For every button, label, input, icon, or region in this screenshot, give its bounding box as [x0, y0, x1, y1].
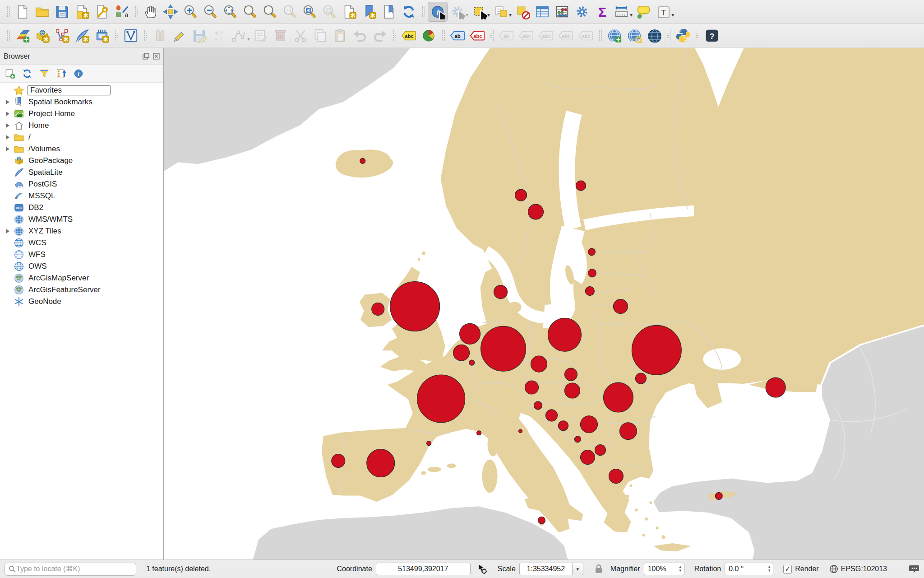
- browser-item-wms-wmts[interactable]: WMS/WMTS: [0, 214, 163, 225]
- copy-features-button[interactable]: [310, 26, 330, 46]
- browser-item-spatialite[interactable]: SpatiaLite: [0, 167, 163, 178]
- expand-arrow-icon[interactable]: [6, 135, 9, 140]
- panel-float-icon[interactable]: [143, 53, 149, 60]
- scale-combo[interactable]: 1:35334952 ▾: [519, 563, 583, 575]
- bubble-andorra[interactable]: [427, 441, 431, 446]
- new-spatial-bookmark-button[interactable]: [359, 2, 379, 22]
- change-label-button[interactable]: abc: [536, 26, 556, 46]
- browser-item-geonode[interactable]: GeoNode: [0, 296, 163, 308]
- zoom-next-button[interactable]: [319, 2, 339, 22]
- locator-input[interactable]: [16, 565, 125, 573]
- bubble-france[interactable]: [417, 375, 465, 423]
- scale-dropdown[interactable]: ▾: [573, 563, 583, 575]
- scale-value[interactable]: 1:35334952: [519, 563, 573, 575]
- filter-browser-icon[interactable]: [39, 68, 50, 79]
- expand-arrow-icon[interactable]: [6, 147, 9, 151]
- zoom-out-button[interactable]: [200, 2, 220, 22]
- save-project-button[interactable]: [52, 2, 72, 22]
- toolbar-grip[interactable]: [393, 30, 396, 42]
- toolbar-grip[interactable]: [6, 6, 10, 18]
- bubble-montenegro[interactable]: [574, 436, 581, 443]
- delete-selected-button[interactable]: [271, 26, 291, 46]
- bubble-greece[interactable]: [609, 469, 623, 484]
- bubble-bosnia-and-herzegovina[interactable]: [558, 421, 568, 431]
- pan-map-button[interactable]: [141, 2, 161, 22]
- style-manager-button[interactable]: [112, 2, 132, 22]
- new-temporary-scratch-layer-button[interactable]: [92, 26, 112, 46]
- statistical-summary-button[interactable]: [552, 2, 572, 22]
- refresh-map-button[interactable]: [399, 2, 419, 22]
- browser-properties-icon[interactable]: [73, 68, 84, 79]
- bubble-monaco[interactable]: [477, 431, 481, 435]
- browser-item-wcs[interactable]: WCS: [0, 237, 163, 249]
- select-by-form-button[interactable]: [491, 2, 511, 22]
- rotation-field[interactable]: 0.0 ° ▲▼: [725, 563, 773, 575]
- vertex-tool-dropdown[interactable]: ▾: [247, 36, 250, 42]
- browser-item-favorites[interactable]: Favorites: [0, 84, 163, 96]
- toolbar-grip[interactable]: [134, 6, 138, 18]
- expand-arrow-icon[interactable]: [6, 100, 9, 104]
- expand-arrow-icon[interactable]: [6, 229, 9, 233]
- zoom-full-extent-button[interactable]: [220, 2, 240, 22]
- magnifier-spinner[interactable]: ▲▼: [679, 565, 682, 573]
- layer-diagram-options-button[interactable]: [419, 26, 439, 46]
- toolbar-grip[interactable]: [115, 30, 118, 42]
- bubble-hungary[interactable]: [564, 383, 580, 398]
- browser-item-geopackage[interactable]: GeoPackage: [0, 155, 163, 167]
- layer-labeling-options-button[interactable]: abc: [399, 26, 419, 46]
- zoom-native-resolution-button[interactable]: 1:1: [280, 2, 300, 22]
- modify-attributes-button[interactable]: [251, 26, 271, 46]
- toolbar-grip[interactable]: [490, 30, 494, 42]
- bubble-sweden[interactable]: [528, 204, 544, 219]
- bubble-slovenia[interactable]: [534, 401, 542, 410]
- select-features-button[interactable]: [469, 2, 489, 22]
- browser-item-home[interactable]: Home: [0, 120, 163, 131]
- bubble-finland[interactable]: [576, 181, 586, 191]
- bubble-germany[interactable]: [481, 326, 526, 371]
- bubble-austria[interactable]: [525, 381, 539, 394]
- paste-features-button[interactable]: [330, 26, 350, 46]
- browser-item-postgis[interactable]: PostGIS: [0, 178, 163, 190]
- browser-item-arcgisfeatureserver[interactable]: ArcGisFeatureServer: [0, 284, 163, 296]
- bubble-latvia[interactable]: [588, 269, 596, 277]
- undo-button[interactable]: [350, 26, 370, 46]
- toolbar-grip[interactable]: [667, 30, 670, 42]
- crs-value[interactable]: EPSG:102013: [841, 565, 887, 573]
- refresh-browser-icon[interactable]: [22, 68, 32, 79]
- bubble-malta[interactable]: [538, 517, 545, 524]
- digitize-points-button[interactable]: [209, 26, 229, 46]
- bubble-romania[interactable]: [603, 382, 633, 412]
- bubble-cyprus[interactable]: [715, 492, 722, 499]
- bubble-estonia[interactable]: [588, 248, 595, 256]
- browser-item-ows[interactable]: OWS: [0, 261, 163, 272]
- deselect-features-button[interactable]: [513, 2, 532, 22]
- show-hide-labels-button[interactable]: abc: [556, 26, 576, 46]
- measure-button[interactable]: [612, 2, 632, 22]
- browser-item-volumes[interactable]: /Volumes: [0, 143, 163, 155]
- add-selected-layers-icon[interactable]: [5, 68, 15, 79]
- redo-button[interactable]: [370, 26, 390, 46]
- toolbar-grip[interactable]: [421, 6, 425, 18]
- bubble-bulgaria[interactable]: [619, 423, 637, 440]
- vertex-tool-button[interactable]: [229, 26, 249, 46]
- rotate-label-button[interactable]: abc: [516, 26, 536, 46]
- map-canvas[interactable]: [164, 48, 924, 559]
- magnifier-field[interactable]: 100% ▲▼: [644, 563, 684, 575]
- move-label-button[interactable]: ab: [496, 26, 516, 46]
- highlight-pinned-labels-button[interactable]: abc: [467, 26, 487, 46]
- metasearch-search-button[interactable]: [624, 26, 644, 46]
- bubble-czechia[interactable]: [531, 356, 547, 372]
- bubble-moldova[interactable]: [635, 373, 646, 384]
- bubble-croatia[interactable]: [545, 410, 557, 421]
- rename-edit-box[interactable]: Favorites: [28, 85, 111, 95]
- run-feature-action-button[interactable]: [448, 2, 467, 22]
- render-checkbox[interactable]: ✓: [783, 565, 792, 573]
- toolbar-grip[interactable]: [441, 30, 445, 42]
- expand-arrow-icon[interactable]: [6, 123, 9, 128]
- collapse-all-icon[interactable]: [56, 68, 67, 79]
- browser-item-wfs[interactable]: WFS: [0, 249, 163, 261]
- bubble-ireland[interactable]: [372, 303, 384, 316]
- bubble-netherlands[interactable]: [460, 323, 480, 344]
- bubble-serbia[interactable]: [580, 416, 597, 433]
- zoom-to-selection-button[interactable]: [240, 2, 260, 22]
